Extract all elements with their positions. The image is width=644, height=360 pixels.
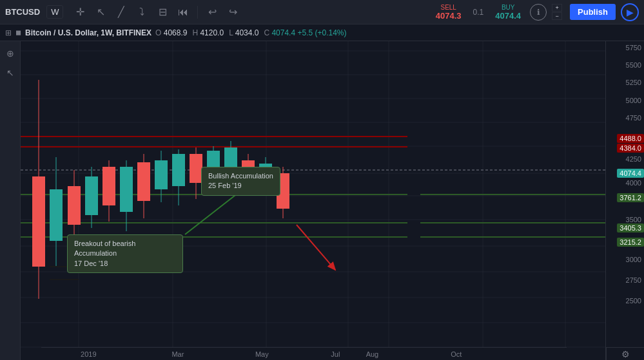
svg-line-60 xyxy=(297,225,335,270)
price-3000: 3000 xyxy=(626,256,641,263)
high-value: H 4120.0 xyxy=(192,28,224,37)
time-label-oct: Oct xyxy=(451,350,462,358)
chart-symbol-icon: ◼ xyxy=(15,28,21,37)
time-label-aug: Aug xyxy=(366,350,379,358)
price-2750: 2750 xyxy=(626,276,641,284)
price-5500: 5500 xyxy=(626,61,641,69)
settings-button[interactable]: ⚙ xyxy=(606,347,644,360)
qty-up-button[interactable]: + xyxy=(552,4,562,12)
svg-rect-38 xyxy=(102,167,115,205)
chart-header: ⊞ ◼ Bitcoin / U.S. Dollar, 1W, BITFINEX … xyxy=(0,24,644,41)
svg-rect-30 xyxy=(32,176,45,267)
svg-rect-42 xyxy=(137,162,150,201)
time-label-jul: Jul xyxy=(331,350,340,358)
sell-box: SELL 4074.3 xyxy=(429,3,468,22)
spread-value: 0.1 xyxy=(471,8,487,17)
sell-price: 4074.3 xyxy=(436,11,462,21)
buy-label: BUY xyxy=(502,4,515,11)
price-3500: 3500 xyxy=(626,216,641,223)
low-value: L 4034.0 xyxy=(229,28,259,37)
cursor-icon[interactable]: ↖ xyxy=(92,3,110,21)
annotation-breakout-text: Breakout of bearish Accumulation17 Dec '… xyxy=(74,240,135,267)
layout-icon: ⊞ xyxy=(5,28,12,37)
price-5750: 5750 xyxy=(626,44,641,52)
info-button[interactable]: ℹ xyxy=(530,4,547,21)
undo-icon[interactable]: ↩ xyxy=(203,3,221,21)
price-3215: 3215.2 xyxy=(617,238,644,247)
sell-label: SELL xyxy=(440,4,456,11)
price-4384: 4384.0 xyxy=(617,144,644,153)
qty-down-button[interactable]: − xyxy=(552,12,562,20)
price-4250: 4250 xyxy=(626,155,641,163)
annotation-breakout: Breakout of bearish Accumulation17 Dec '… xyxy=(67,234,183,273)
price-4074: 4074.4 xyxy=(617,169,644,178)
annotation-bullish: Bullish Accumulation25 Feb '19 xyxy=(201,167,280,196)
redo-icon[interactable]: ↪ xyxy=(224,3,242,21)
time-axis: 2019 Mar May Jul Aug Oct xyxy=(41,347,567,360)
price-axis: 5750 5500 5250 5000 4750 4488.0 4384.0 4… xyxy=(605,41,644,360)
buy-price: 4074.4 xyxy=(495,11,521,21)
interval-selector[interactable]: W xyxy=(46,5,63,19)
crosshair-left-icon[interactable]: ⊕ xyxy=(2,45,19,62)
chart-svg xyxy=(21,41,605,360)
price-2500: 2500 xyxy=(626,297,641,305)
open-value: O 4068.9 xyxy=(155,28,187,37)
arrow-left-icon[interactable]: ↖ xyxy=(2,64,19,81)
crosshair-icon[interactable]: ✛ xyxy=(71,3,89,21)
svg-rect-34 xyxy=(68,186,81,225)
buy-box: BUY 4074.4 xyxy=(489,3,527,22)
svg-rect-40 xyxy=(120,167,133,212)
fib-icon[interactable]: ⊟ xyxy=(153,3,171,21)
price-5000: 5000 xyxy=(626,97,641,104)
publish-button[interactable]: Publish xyxy=(570,4,616,20)
price-3405: 3405.3 xyxy=(617,223,644,232)
separator-1 xyxy=(197,6,198,19)
price-5250: 5250 xyxy=(626,79,641,86)
toolbar: BTCUSD W ✛ ↖ ╱ ⤵ ⊟ ⏮ ↩ ↪ SELL 4074.3 0.1… xyxy=(0,0,644,24)
time-label-2019: 2019 xyxy=(81,350,96,358)
price-4000: 4000 xyxy=(626,179,641,187)
svg-rect-36 xyxy=(85,176,98,215)
time-label-may: May xyxy=(255,350,269,358)
left-toolbar: ⊕ ↖ xyxy=(0,41,21,360)
quantity-stepper: + − xyxy=(552,4,562,20)
annotation-bullish-text: Bullish Accumulation25 Feb '19 xyxy=(208,172,273,189)
replay-icon[interactable]: ⏮ xyxy=(174,3,192,21)
trend-line-icon[interactable]: ⤵ xyxy=(133,3,151,21)
time-label-mar: Mar xyxy=(171,350,184,358)
play-button[interactable]: ▶ xyxy=(621,3,639,21)
draw-line-icon[interactable]: ╱ xyxy=(112,3,130,21)
chart-symbol[interactable]: Bitcoin / U.S. Dollar, 1W, BITFINEX xyxy=(25,28,151,37)
price-4750: 4750 xyxy=(626,114,641,122)
svg-rect-46 xyxy=(172,154,185,186)
svg-rect-52 xyxy=(224,147,237,167)
chart-area: ⊕ ↖ xyxy=(0,41,644,360)
ohlc-data: O 4068.9 H 4120.0 L 4034.0 C 4074.4 +5.5… xyxy=(155,28,346,37)
main-chart[interactable]: Bullish Accumulation25 Feb '19 Breakout … xyxy=(21,41,605,360)
svg-rect-44 xyxy=(155,160,168,189)
close-value: C 4074.4 +5.5 (+0.14%) xyxy=(264,28,346,37)
svg-rect-32 xyxy=(50,189,63,241)
price-4488: 4488.0 xyxy=(617,134,644,143)
price-3761: 3761.2 xyxy=(617,193,644,202)
svg-rect-48 xyxy=(190,154,202,183)
trading-pair[interactable]: BTCUSD xyxy=(5,7,40,17)
